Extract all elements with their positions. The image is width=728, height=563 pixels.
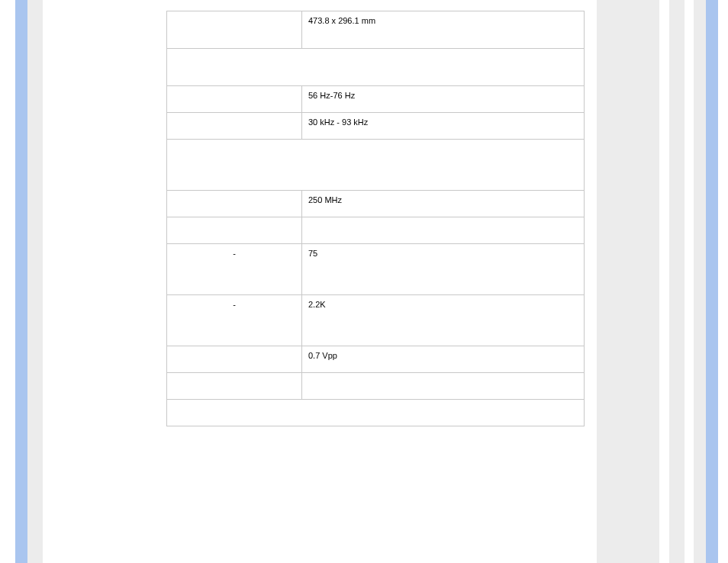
spec-section [167,140,585,191]
spec-value: 0.7 Vpp [302,346,585,373]
spec-value: 75 [302,244,585,295]
table-row: - 2.2K [167,295,585,346]
spec-value: 56 Hz-76 Hz [302,86,585,113]
table-row: 56 Hz-76 Hz [167,86,585,113]
spec-value [302,373,585,400]
page-margin-right [706,0,718,563]
spec-value [302,217,585,244]
table-row: 0.7 Vpp [167,346,585,373]
specifications-table-body: 473.8 x 296.1 mm 56 Hz-76 Hz 30 kHz - 93… [167,11,585,426]
spec-label: - [167,295,302,346]
sidebar-gutter-left [27,0,43,563]
spec-value: 250 MHz [302,191,585,217]
table-row: 30 kHz - 93 kHz [167,113,585,140]
table-row [167,400,585,426]
table-row: 250 MHz [167,191,585,217]
sidebar-gutter-right-1 [597,0,659,563]
spec-label [167,373,302,400]
spec-label: - [167,244,302,295]
spec-section [167,49,585,86]
spec-label [167,217,302,244]
spec-value: 30 kHz - 93 kHz [302,113,585,140]
sidebar-gutter-right-3 [694,0,706,563]
table-row [167,49,585,86]
spec-value: 2.2K [302,295,585,346]
page-margin-left [15,0,27,563]
spec-section [167,400,585,426]
spec-label [167,346,302,373]
table-row: - 75 [167,244,585,295]
sidebar-gutter-right-2 [669,0,685,563]
spec-label [167,113,302,140]
table-row [167,217,585,244]
specifications-table: 473.8 x 296.1 mm 56 Hz-76 Hz 30 kHz - 93… [166,11,585,426]
table-row [167,373,585,400]
spec-label [167,86,302,113]
table-row [167,140,585,191]
table-row: 473.8 x 296.1 mm [167,11,585,49]
spec-value: 473.8 x 296.1 mm [302,11,585,49]
spec-label [167,191,302,217]
spec-label [167,11,302,49]
